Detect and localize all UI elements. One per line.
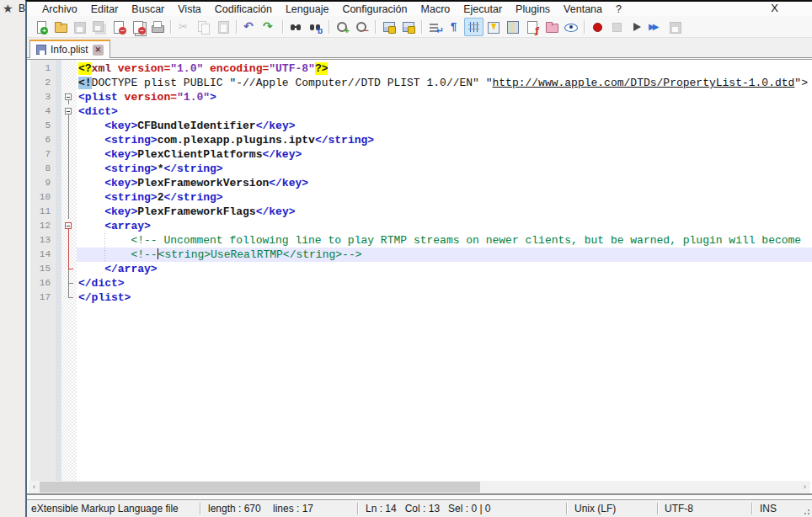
- save-recorded-macro-button[interactable]: [665, 18, 685, 36]
- code-text[interactable]: <key>PlexFrameworkVersion</key>: [77, 176, 812, 190]
- code-line[interactable]: 8 <string>*</string>: [30, 162, 812, 176]
- code-text[interactable]: <!-- Uncomment following line to play RT…: [77, 233, 812, 248]
- menu-ventana[interactable]: Ventana: [557, 3, 609, 15]
- code-text[interactable]: <!DOCTYPE plist PUBLIC "-//Apple Compute…: [77, 76, 812, 90]
- code-text[interactable]: <?xml version="1.0" encoding="UTF-8"?>: [77, 61, 812, 76]
- zoom-out-button[interactable]: [352, 18, 371, 36]
- code-text[interactable]: </plist>: [77, 290, 812, 305]
- save-all-button[interactable]: [89, 18, 109, 36]
- code-line[interactable]: 10 <string>2</string>: [30, 190, 812, 205]
- fold-marker[interactable]: [61, 90, 77, 104]
- menu-codificacin[interactable]: Codificación: [208, 3, 279, 15]
- code-line[interactable]: 9 <key>PlexFrameworkVersion</key>: [30, 176, 812, 190]
- menu-macro[interactable]: Macro: [414, 3, 457, 15]
- status-eol-format[interactable]: Unix (LF): [574, 503, 616, 514]
- code-line[interactable]: 4<dict>: [30, 104, 812, 119]
- code-text[interactable]: <dict>: [77, 104, 812, 119]
- editor[interactable]: 1<?xml version="1.0" encoding="UTF-8"?>2…: [27, 59, 812, 495]
- run-macro-multiple-button[interactable]: [646, 18, 665, 36]
- redo-button[interactable]: [259, 18, 279, 36]
- token: </key>: [262, 148, 302, 161]
- token: [78, 163, 104, 175]
- fold-marker[interactable]: [61, 104, 77, 119]
- code-line[interactable]: 12 <array>: [30, 219, 812, 233]
- playback-macro-button[interactable]: [627, 18, 646, 36]
- open-file-button[interactable]: [51, 18, 70, 36]
- window-close-button[interactable]: X: [767, 2, 782, 14]
- word-wrap-icon: [428, 20, 442, 34]
- code-text[interactable]: </dict>: [77, 276, 812, 290]
- tab-close-icon[interactable]: ✕: [93, 45, 104, 56]
- code-text[interactable]: <array>: [77, 219, 812, 233]
- code-line[interactable]: 13 <!-- Uncomment following line to play…: [30, 233, 812, 248]
- scrollbar-thumb[interactable]: [40, 482, 480, 493]
- word-wrap-button[interactable]: [425, 18, 445, 36]
- function-list-button[interactable]: [522, 18, 542, 36]
- scroll-left-arrow-icon[interactable]: ‹: [29, 481, 40, 493]
- code-line[interactable]: 11 <key>PlexFrameworkFlags</key>: [30, 205, 812, 219]
- code-line[interactable]: 2<!DOCTYPE plist PUBLIC "-//Apple Comput…: [30, 76, 812, 90]
- line-number: 7: [30, 147, 56, 162]
- status-insert-mode[interactable]: INS: [760, 503, 777, 514]
- replace-button[interactable]: [306, 18, 325, 36]
- code-text[interactable]: <!--<string>UseRealRTMP</string>-->: [77, 248, 812, 262]
- tab-info-plist[interactable]: Info.plist ✕: [29, 40, 110, 58]
- find-button[interactable]: [286, 18, 306, 36]
- menu-?[interactable]: ?: [609, 3, 628, 15]
- resize-grip[interactable]: [802, 507, 810, 515]
- undo-button[interactable]: [240, 18, 259, 36]
- menu-configuracin[interactable]: Configuración: [335, 3, 414, 15]
- record-macro-button[interactable]: [588, 18, 607, 36]
- paste-button[interactable]: [213, 18, 232, 36]
- code-text[interactable]: <key>CFBundleIdentifier</key>: [77, 119, 812, 133]
- code-line[interactable]: 14 <!--<string>UseRealRTMP</string>-->: [30, 248, 812, 262]
- menu-lenguaje[interactable]: Lenguaje: [279, 3, 335, 15]
- code-text[interactable]: <key>PlexFrameworkFlags</key>: [77, 205, 812, 219]
- code-line[interactable]: 3<plist version="1.0">: [30, 90, 812, 104]
- menu-archivo[interactable]: Archivo: [35, 3, 84, 15]
- show-indent-guide-button[interactable]: [464, 18, 483, 36]
- code-text[interactable]: <key>PlexClientPlatforms</key>: [77, 147, 812, 162]
- code-line[interactable]: 17</plist>: [30, 290, 812, 305]
- code-line[interactable]: 15 </array>: [30, 262, 812, 276]
- close-all-button[interactable]: [128, 18, 147, 36]
- sync-vertical-button[interactable]: [379, 18, 398, 36]
- zoom-in-button[interactable]: [333, 18, 352, 36]
- new-file-button[interactable]: [31, 18, 51, 36]
- user-defined-dialog-button[interactable]: [483, 18, 503, 36]
- stop-recording-button[interactable]: [607, 18, 627, 36]
- sync-horizontal-button[interactable]: [398, 18, 418, 36]
- copy-button[interactable]: [194, 18, 213, 36]
- toolbar-group: [333, 18, 371, 36]
- token: com.plexapp.plugins.iptv: [158, 134, 315, 147]
- code-line[interactable]: 5 <key>CFBundleIdentifier</key>: [30, 119, 812, 133]
- show-all-characters-button[interactable]: [445, 18, 464, 36]
- print-button[interactable]: [147, 18, 167, 36]
- menu-buscar[interactable]: Buscar: [125, 3, 171, 15]
- code-line[interactable]: 1<?xml version="1.0" encoding="UTF-8"?>: [30, 61, 812, 76]
- monitoring-button[interactable]: [561, 18, 580, 36]
- code-text[interactable]: <string>2</string>: [77, 190, 812, 205]
- code-text[interactable]: <string>*</string>: [77, 162, 812, 176]
- menu-editar[interactable]: Editar: [84, 3, 126, 15]
- code-text[interactable]: <string>com.plexapp.plugins.iptv</string…: [77, 133, 812, 147]
- folder-as-workspace-button[interactable]: [542, 18, 561, 36]
- code-line[interactable]: 7 <key>PlexClientPlatforms</key>: [30, 147, 812, 162]
- menu-plugins[interactable]: Plugins: [509, 3, 557, 15]
- menu-ejecutar[interactable]: Ejecutar: [457, 3, 509, 15]
- document-map-button[interactable]: [503, 18, 522, 36]
- star-icon[interactable]: ★: [3, 2, 13, 15]
- cut-button[interactable]: [174, 18, 194, 36]
- fold-marker[interactable]: [61, 219, 77, 233]
- code-line[interactable]: 6 <string>com.plexapp.plugins.iptv</stri…: [30, 133, 812, 147]
- menu-vista[interactable]: Vista: [171, 3, 208, 15]
- scrollbar-track[interactable]: [40, 481, 799, 493]
- code-text[interactable]: <plist version="1.0">: [77, 90, 812, 104]
- close-file-button[interactable]: [109, 18, 128, 36]
- horizontal-scrollbar[interactable]: ‹ ›: [29, 481, 810, 493]
- code-line[interactable]: 16</dict>: [30, 276, 812, 290]
- status-encoding[interactable]: UTF-8: [665, 503, 693, 514]
- code-text[interactable]: </array>: [77, 262, 812, 276]
- save-button[interactable]: [70, 18, 89, 36]
- scroll-right-arrow-icon[interactable]: ›: [799, 481, 810, 493]
